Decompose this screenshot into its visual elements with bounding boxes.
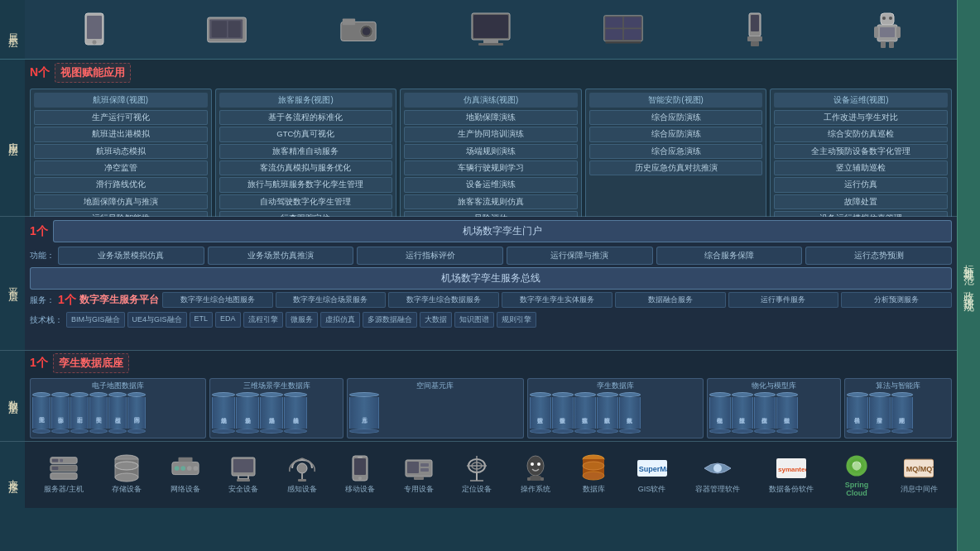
tech-item: ETL <box>190 312 214 328</box>
support-server: 服务器/主机 <box>44 455 84 495</box>
svg-point-47 <box>187 466 192 471</box>
storage-label: 存储设备 <box>112 484 142 495</box>
data-cylinder: 三维模型 <box>108 392 127 434</box>
app-layer: 应用层 N个 视图赋能应用 航班保障(视图) 生产运行可视化 航班进出港模拟 航… <box>0 60 957 217</box>
service-item: 数字孪生综合数据服务 <box>388 292 499 308</box>
security-section-title: 智能安防(视图) <box>589 93 763 108</box>
data-cylinder: 深度学习 <box>869 392 891 434</box>
container-label: 容器管理软件 <box>695 484 740 495</box>
display-layer-content <box>25 0 957 59</box>
network-icon <box>171 455 200 482</box>
service-item: 数据融合服务 <box>615 292 726 308</box>
app-item: 设备运维演练 <box>404 177 578 192</box>
svg-rect-5 <box>211 21 226 37</box>
app-item: 故障处置 <box>774 194 948 209</box>
support-os: 操作系统 <box>521 455 550 495</box>
data-cylinder: 运营数据 <box>530 392 551 434</box>
svg-rect-59 <box>358 457 363 458</box>
svg-rect-29 <box>880 27 895 37</box>
storage-icon <box>112 455 142 482</box>
platform-func-item: 业务场景仿真推演 <box>208 247 354 265</box>
svg-point-43 <box>115 462 138 470</box>
app-item: 综合应防演练 <box>589 127 763 141</box>
support-mq: MQ/MQTT 消息中间件 <box>901 455 938 495</box>
data-cylinder: 正射图 <box>70 392 89 434</box>
tech-item: BIM与GIS融合 <box>66 312 125 328</box>
app-item: 场端规则演练 <box>404 144 578 159</box>
support-backup: symantec. 数据备份软件 <box>769 455 814 495</box>
tech-item: 流程引擎 <box>243 312 283 328</box>
functions-label: 功能： <box>30 250 55 261</box>
svg-rect-22 <box>751 15 759 31</box>
data-cylinder: 路网图 <box>127 392 146 434</box>
tech-label: 技术栈： <box>30 314 63 326</box>
service-one-label: 1个 <box>58 293 76 308</box>
maintenance-items: 工作改进与孪生对比 综合安防仿真巡检 全主动预防设备数字化管理 竖立辅助巡检 运… <box>774 110 948 226</box>
data-group-3d: 三维场景孪生数据库 场景建筑 场景设备 <box>209 378 343 438</box>
support-layer-content: 服务器/主机 存储设备 <box>25 442 957 508</box>
data-db-items: 物化模型 算法模型 仿真模型 <box>709 392 838 434</box>
app-item: 工作改进与孪生对比 <box>774 110 948 125</box>
tech-item: 多源数据融合 <box>363 312 417 328</box>
svg-rect-6 <box>228 21 240 37</box>
app-item: 旅行与航班服务数字化孪生管理 <box>219 177 393 192</box>
main-container: 展示层 <box>0 0 980 551</box>
portal-one-label: 1个 <box>30 224 48 239</box>
mobile-device-icon <box>345 455 375 482</box>
tech-item: 大数据 <box>420 312 452 328</box>
data-banner: 孪生数据底座 <box>53 353 129 373</box>
support-database: 数据库 <box>579 455 608 495</box>
data-cylinder: 算法模型 <box>732 392 753 434</box>
right-sidebar: 标准规范、政策法规 <box>957 0 980 551</box>
network-label: 网络设备 <box>171 484 200 495</box>
support-springcloud: SpringCloud <box>842 453 872 498</box>
security-device-label: 安全设备 <box>228 484 258 495</box>
support-mobile: 移动设备 <box>345 455 375 495</box>
svg-rect-13 <box>483 40 498 43</box>
app-item: 综合应急演练 <box>589 144 763 159</box>
app-item: 综合安防仿真巡检 <box>774 127 948 141</box>
videowall-icon <box>603 13 644 46</box>
data-group-title: 孪生数据库 <box>530 381 701 391</box>
svg-rect-18 <box>605 29 622 40</box>
simulation-section-title: 仿真演练(视图) <box>404 93 578 108</box>
svg-point-42 <box>115 473 138 482</box>
data-cylinder: 机器学习 <box>847 392 868 434</box>
device-desktop <box>470 13 512 46</box>
security-items: 综合应防演练 综合应防演练 综合应急演练 历史应急仿真对抗推演 <box>589 110 763 175</box>
service-item: 数字孪生综合地图服务 <box>162 292 273 308</box>
database-icon <box>579 455 608 482</box>
data-cylinder: 规则推理 <box>891 392 913 434</box>
svg-point-27 <box>889 17 892 20</box>
app-item: 生产协同培训演练 <box>404 127 578 141</box>
svg-rect-24 <box>751 41 759 46</box>
svg-rect-16 <box>605 17 622 27</box>
svg-rect-36 <box>60 459 63 462</box>
data-group-title: 空间基元库 <box>349 381 521 391</box>
support-network: 网络设备 <box>171 455 200 495</box>
app-item: 历史应急仿真对抗推演 <box>589 161 763 175</box>
maintenance-section-title: 设备运维(视图) <box>774 93 948 108</box>
svg-rect-49 <box>178 458 192 462</box>
camera-icon <box>338 13 379 46</box>
svg-rect-32 <box>881 41 886 48</box>
simulation-items: 地勤保障演练 生产协同培训演练 场端规则演练 车辆行驶规则学习 设备运维演练 旅… <box>404 110 578 226</box>
data-db-items: 基元库 <box>349 392 521 434</box>
svg-rect-31 <box>896 26 901 38</box>
n-label: N个 <box>30 65 50 80</box>
data-cylinder: 气象数据 <box>619 392 641 434</box>
app-item: 运行仿真 <box>774 177 948 192</box>
security-device-icon <box>228 455 258 482</box>
svg-rect-20 <box>605 41 641 43</box>
app-item: 综合应防演练 <box>589 110 763 125</box>
svg-rect-38 <box>52 467 59 470</box>
app-item: 旅客精准自动服务 <box>219 144 393 159</box>
app-item: 航班进出港模拟 <box>34 127 208 141</box>
support-container: 容器管理软件 <box>695 455 740 495</box>
app-item: 自动驾驶数字化孪生管理 <box>219 194 393 209</box>
service-item: 运行事件服务 <box>728 292 839 308</box>
support-gps: 定位设备 <box>462 455 492 495</box>
device-videowall <box>603 13 644 46</box>
data-group-title: 电子地图数据库 <box>32 381 204 391</box>
sensor-label: 感知设备 <box>287 484 317 495</box>
